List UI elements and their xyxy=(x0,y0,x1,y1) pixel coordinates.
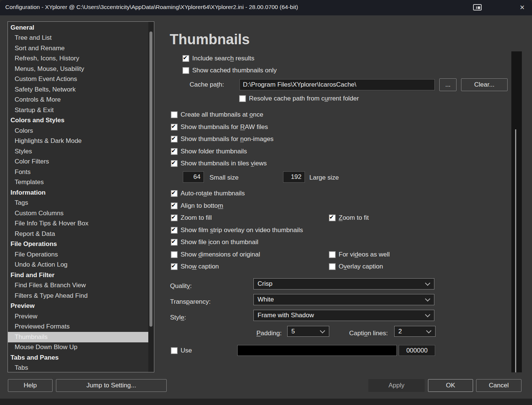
zoom-to-fill-checkbox[interactable] xyxy=(171,214,178,221)
sidebar-item-menus-mouse-usability[interactable]: Menus, Mouse, Usability xyxy=(8,64,148,74)
auto-rotate-thumbnails-checkbox[interactable] xyxy=(171,190,178,197)
sidebar-item-colors[interactable]: Colors xyxy=(8,126,148,136)
large-size-input[interactable]: 192 xyxy=(283,171,305,183)
sidebar-item-tree-and-list[interactable]: Tree and List xyxy=(8,33,148,44)
sidebar-item-sort-and-rename[interactable]: Sort and Rename xyxy=(8,43,148,54)
include-search-results-checkbox[interactable] xyxy=(182,55,189,62)
show-dimensions-checkbox[interactable] xyxy=(171,251,178,258)
for-videos-as-well-checkbox[interactable] xyxy=(329,251,336,258)
sidebar-item-find-and-filter: Find and Filter xyxy=(8,270,148,280)
checkbox-row: Overlay caption xyxy=(329,263,383,270)
sidebar-item-highlights-dark-mode[interactable]: Highlights & Dark Mode xyxy=(8,136,148,147)
overlay-caption-checkbox[interactable] xyxy=(329,263,336,270)
caption-lines-value: 2 xyxy=(398,328,402,335)
help-button[interactable]: Help xyxy=(8,379,53,392)
sidebar-item-file-operations[interactable]: File Operations xyxy=(8,249,148,260)
background-strip xyxy=(0,399,532,405)
checkbox-label: Show thumbnails in tiles views xyxy=(181,160,267,167)
checkbox-label: Resolve cache path from current folder xyxy=(249,95,359,102)
transparency-label: Transparency: xyxy=(170,298,211,306)
sidebar-item-find-files-branch-view[interactable]: Find Files & Branch View xyxy=(8,280,148,291)
apply-button[interactable]: Apply xyxy=(368,379,425,392)
sidebar-item-preview: Preview xyxy=(8,301,148,312)
small-size-label: Small size xyxy=(209,174,238,182)
chevron-down-icon xyxy=(426,328,431,333)
sidebar-scrollbar-thumb[interactable] xyxy=(149,32,152,327)
browse-cache-path-button[interactable]: ... xyxy=(439,78,457,91)
sidebar-item-safety-belts-network[interactable]: Safety Belts, Network xyxy=(8,84,148,95)
sidebar-item-tabs[interactable]: Tabs xyxy=(8,363,148,374)
style-select[interactable]: Frame with Shadow xyxy=(253,310,434,321)
sidebar-item-mouse-down-blow-up[interactable]: Mouse Down Blow Up xyxy=(8,342,148,353)
checkbox-label: Show thumbnails for non-images xyxy=(181,135,274,143)
sidebar-item-filters-type-ahead-find[interactable]: Filters & Type Ahead Find xyxy=(8,291,148,301)
show-cached-thumbnails-only-checkbox[interactable] xyxy=(182,67,189,74)
cache-path-input[interactable]: D:\Program Files\XYplorer\IcarosCache\ xyxy=(240,79,435,90)
checkbox-row: Show thumbnails for RAW files xyxy=(171,123,268,131)
sidebar-item-file-operations: File Operations xyxy=(8,239,148,250)
checkbox-label: Show caption xyxy=(181,263,219,270)
close-icon[interactable]: × xyxy=(515,1,529,14)
file-icon-on-thumbnail-checkbox[interactable] xyxy=(171,239,178,246)
sidebar-item-templates[interactable]: Templates xyxy=(8,177,148,188)
checkbox-row: Resolve cache path from current folder xyxy=(239,95,359,102)
chevron-down-icon xyxy=(425,312,430,317)
sidebar-item-report-data[interactable]: Report & Data xyxy=(8,229,148,239)
checkbox-row: Align to bottom xyxy=(171,202,223,210)
window-help-icon[interactable] xyxy=(472,3,483,12)
checkbox-row: Zoom to fill xyxy=(171,214,212,222)
checkbox-label: Show film strip overlay on video thumbna… xyxy=(181,226,303,234)
transparency-value: White xyxy=(258,296,274,303)
padding-value: 5 xyxy=(291,328,295,335)
color-swatch[interactable] xyxy=(237,345,397,356)
sidebar-item-custom-columns[interactable]: Custom Columns xyxy=(8,208,148,219)
align-to-bottom-checkbox[interactable] xyxy=(171,202,178,209)
caption-lines-select[interactable]: 2 xyxy=(394,326,436,337)
cancel-button[interactable]: Cancel xyxy=(476,379,521,392)
transparency-select[interactable]: White xyxy=(253,294,434,305)
sidebar-item-custom-event-actions[interactable]: Custom Event Actions xyxy=(8,74,148,85)
sidebar-item-fonts[interactable]: Fonts xyxy=(8,167,148,177)
show-folder-thumbnails-checkbox[interactable] xyxy=(171,148,178,155)
show-thumbnails-tiles-views-checkbox[interactable] xyxy=(171,160,178,167)
chevron-down-icon xyxy=(425,296,430,302)
show-raw-thumbnails-checkbox[interactable] xyxy=(171,124,178,130)
sidebar-item-previewed-formats[interactable]: Previewed Formats xyxy=(8,322,148,332)
padding-label: Padding: xyxy=(256,330,282,337)
quality-value: Crisp xyxy=(258,280,273,288)
checkbox-label: Show folder thumbnails xyxy=(181,148,247,155)
sidebar-list: GeneralTree and ListSort and RenameRefre… xyxy=(8,22,148,373)
show-non-image-thumbnails-checkbox[interactable] xyxy=(171,136,178,142)
create-all-thumbnails-checkbox[interactable] xyxy=(171,111,178,118)
checkbox-label: Align to bottom xyxy=(181,202,223,210)
sidebar-item-refresh-icons-history[interactable]: Refresh, Icons, History xyxy=(8,54,148,64)
ok-button[interactable]: OK xyxy=(428,379,473,392)
sidebar-item-undo-action-log[interactable]: Undo & Action Log xyxy=(8,260,148,270)
show-caption-checkbox[interactable] xyxy=(171,263,178,270)
main-scrollbar-thumb[interactable] xyxy=(515,129,516,372)
sidebar-item-thumbnails[interactable]: Thumbnails xyxy=(8,332,148,342)
film-strip-overlay-checkbox[interactable] xyxy=(171,227,178,234)
checkbox-label: Create all thumbnails at once xyxy=(181,111,263,118)
configuration-dialog: Configuration - XYplorer @ C:\Users\3cce… xyxy=(0,0,532,399)
sidebar-item-colors-and-styles: Colors and Styles xyxy=(8,116,148,126)
use-color-checkbox[interactable] xyxy=(171,347,178,354)
zoom-to-fit-checkbox[interactable] xyxy=(329,214,336,221)
quality-label: Quality: xyxy=(170,282,192,290)
jump-to-setting-button[interactable]: Jump to Setting... xyxy=(56,379,167,392)
sidebar-item-controls-more[interactable]: Controls & More xyxy=(8,95,148,105)
sidebar-item-color-filters[interactable]: Color Filters xyxy=(8,157,148,167)
quality-select[interactable]: Crisp xyxy=(253,278,434,290)
clear-cache-button[interactable]: Clear... xyxy=(461,78,508,91)
sidebar-scrollbar[interactable] xyxy=(148,22,154,372)
sidebar-item-styles[interactable]: Styles xyxy=(8,146,148,157)
small-size-input[interactable]: 64 xyxy=(183,171,204,183)
padding-select[interactable]: 5 xyxy=(287,326,329,337)
sidebar-item-file-info-tips-hover-box[interactable]: File Info Tips & Hover Box xyxy=(8,219,148,229)
sidebar-item-startup-exit[interactable]: Startup & Exit xyxy=(8,105,148,116)
color-hex-input[interactable]: 000000 xyxy=(399,345,435,356)
sidebar-item-preview[interactable]: Preview xyxy=(8,311,148,322)
sidebar-item-tags[interactable]: Tags xyxy=(8,198,148,208)
resolve-cache-path-checkbox[interactable] xyxy=(239,95,246,102)
main-scrollbar[interactable] xyxy=(511,51,522,372)
